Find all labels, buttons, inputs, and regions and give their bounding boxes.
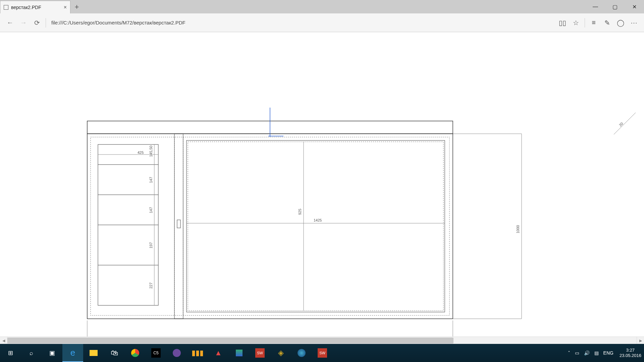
titlebar: верстак2.PDF × + — ▢ ✕ bbox=[0, 0, 644, 13]
dim-row2: 147 bbox=[149, 177, 153, 183]
taskbar-app-c5[interactable]: C5 bbox=[146, 344, 166, 362]
webnote-icon[interactable]: ✎ bbox=[600, 16, 614, 29]
dim-drawer-width: 425 bbox=[138, 150, 144, 155]
taskbar-app-generic3[interactable]: ◈ bbox=[270, 344, 291, 362]
dim-row3: 147 bbox=[149, 207, 153, 213]
search-button[interactable]: ⌕ bbox=[21, 344, 42, 362]
taskbar-app-generic1[interactable] bbox=[166, 344, 187, 362]
taskbar-clock[interactable]: 3:27 23.05.2016 bbox=[620, 348, 641, 358]
toolbar-right: ▯▯ ☆ ≡ ✎ ◯ ⋯ bbox=[556, 16, 641, 29]
taskbar-app-autocad[interactable]: ▲ bbox=[208, 344, 229, 362]
favorite-icon[interactable]: ☆ bbox=[569, 16, 583, 29]
tray-notifications-icon[interactable]: ▤ bbox=[594, 350, 599, 356]
svg-line-26 bbox=[614, 113, 636, 134]
address-bar[interactable]: file:///C:/Users/egor/Documents/M72/верс… bbox=[48, 20, 556, 25]
dim-right-height: 925 bbox=[298, 209, 302, 215]
scrollbar-thumb[interactable] bbox=[7, 338, 453, 344]
browser-toolbar: ← → ⟳ file:///C:/Users/egor/Documents/M7… bbox=[0, 13, 644, 32]
taskbar-app-chrome[interactable] bbox=[125, 344, 146, 362]
taskbar-app-edge[interactable]: e bbox=[62, 344, 83, 362]
scroll-right-icon[interactable]: ▶ bbox=[637, 337, 644, 344]
start-button[interactable]: ⊞ bbox=[0, 344, 21, 362]
svg-rect-6 bbox=[186, 140, 445, 312]
hub-icon[interactable]: ≡ bbox=[587, 16, 600, 29]
taskbar-app-bars[interactable]: ▮▮▮ bbox=[187, 344, 208, 362]
dim-row5: 227 bbox=[149, 283, 153, 289]
more-icon[interactable]: ⋯ bbox=[627, 16, 641, 29]
forward-button[interactable]: → bbox=[17, 16, 30, 29]
back-button[interactable]: ← bbox=[3, 16, 17, 29]
share-icon[interactable]: ◯ bbox=[614, 16, 627, 29]
taskbar-app-explorer[interactable] bbox=[83, 344, 104, 362]
close-button[interactable]: ✕ bbox=[625, 0, 644, 13]
horizontal-scrollbar[interactable]: ◀ ▶ bbox=[0, 337, 644, 344]
taskbar-app-generic2[interactable] bbox=[229, 344, 250, 362]
scroll-left-icon[interactable]: ◀ bbox=[0, 337, 7, 344]
taskbar-apps: ⊞ ⌕ ▣ e 🛍 C5 ▮▮▮ ▲ SW ◈ SW bbox=[0, 344, 333, 362]
taskbar-app-generic4[interactable] bbox=[291, 344, 312, 362]
dim-right-width: 1425 bbox=[314, 218, 322, 222]
tray-language[interactable]: ENG bbox=[603, 350, 613, 356]
taskbar-app-store[interactable]: 🛍 bbox=[104, 344, 125, 362]
clock-time: 3:27 bbox=[620, 348, 641, 353]
dim-overall-height: 1000 bbox=[516, 225, 520, 233]
svg-rect-2 bbox=[91, 137, 449, 315]
task-view-button[interactable]: ▣ bbox=[42, 344, 62, 362]
dim-row4: 197 bbox=[149, 242, 153, 248]
svg-rect-1 bbox=[87, 134, 453, 319]
separator bbox=[46, 18, 46, 27]
taskbar-app-solidworks1[interactable]: SW bbox=[250, 344, 270, 362]
tray-chevron-icon[interactable]: ˄ bbox=[568, 350, 570, 356]
tray-volume-icon[interactable]: 🔊 bbox=[584, 350, 590, 356]
tray-network-icon[interactable]: ▭ bbox=[575, 350, 579, 356]
taskbar-app-solidworks2[interactable]: SW bbox=[312, 344, 333, 362]
taskbar: ⊞ ⌕ ▣ e 🛍 C5 ▮▮▮ ▲ SW ◈ SW ˄ ▭ 🔊 ▤ ENG 3… bbox=[0, 344, 644, 362]
reading-view-icon[interactable]: ▯▯ bbox=[556, 16, 569, 29]
svg-rect-13 bbox=[177, 220, 180, 228]
tab-close-icon[interactable]: × bbox=[64, 4, 67, 10]
svg-rect-3 bbox=[174, 134, 183, 319]
svg-rect-7 bbox=[188, 142, 443, 311]
maximize-button[interactable]: ▢ bbox=[605, 0, 625, 13]
system-tray: ˄ ▭ 🔊 ▤ ENG 3:27 23.05.2016 bbox=[568, 344, 644, 362]
separator bbox=[585, 18, 585, 27]
refresh-button[interactable]: ⟳ bbox=[30, 16, 44, 29]
window-controls: — ▢ ✕ bbox=[586, 0, 644, 13]
technical-drawing: 2000 1000 1425 925 425 145,50 147 147 19… bbox=[0, 32, 644, 337]
new-tab-button[interactable]: + bbox=[70, 1, 83, 13]
browser-tab[interactable]: верстак2.PDF × bbox=[0, 1, 70, 13]
clock-date: 23.05.2016 bbox=[620, 353, 641, 358]
minimize-button[interactable]: — bbox=[586, 0, 605, 13]
document-icon bbox=[4, 5, 8, 10]
dim-row1: 145,50 bbox=[149, 145, 153, 157]
dim-scale-mark: 20 bbox=[618, 121, 624, 127]
tab-title: верстак2.PDF bbox=[11, 5, 58, 10]
pdf-viewport[interactable]: 2000 1000 1425 925 425 145,50 147 147 19… bbox=[0, 32, 644, 337]
